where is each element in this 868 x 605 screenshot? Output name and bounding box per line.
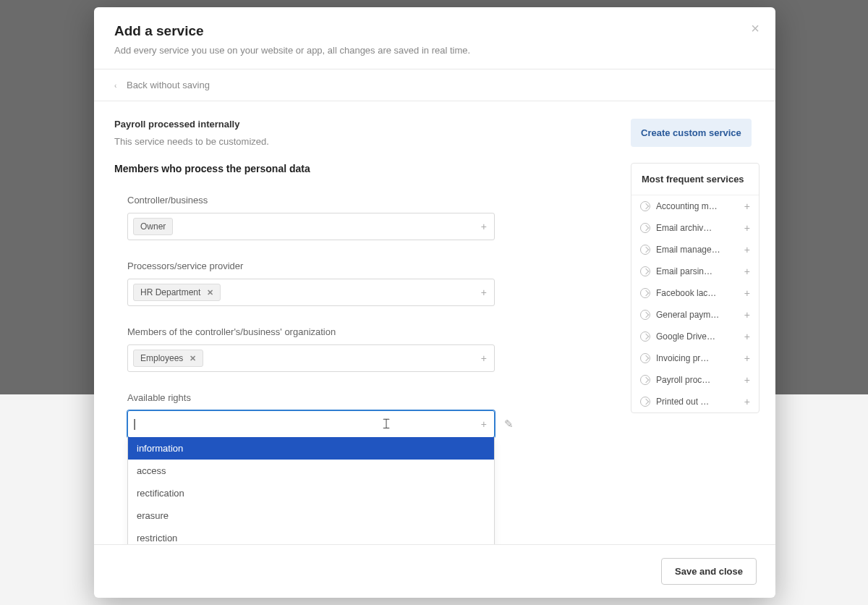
refresh-icon bbox=[640, 397, 650, 407]
remove-tag-icon[interactable]: ✕ bbox=[207, 288, 213, 297]
dropdown-option[interactable]: restriction bbox=[128, 527, 494, 544]
refresh-icon bbox=[640, 266, 650, 276]
add-service-modal: Add a service Add every service you use … bbox=[94, 7, 775, 598]
field-label: Controller/business bbox=[127, 195, 606, 206]
refresh-icon bbox=[640, 288, 650, 298]
create-custom-service-button[interactable]: Create custom service bbox=[631, 119, 752, 147]
service-name: Payroll processed internally bbox=[114, 119, 606, 130]
sidebar-column: Create custom service Most frequent serv… bbox=[631, 101, 775, 544]
modal-content: Payroll processed internally This servic… bbox=[94, 101, 775, 544]
plus-icon[interactable]: + bbox=[744, 244, 750, 255]
field-controller: Controller/business Owner + bbox=[114, 195, 606, 240]
field-members-org: Members of the controller's/business' or… bbox=[114, 326, 606, 372]
rights-dropdown: information access rectification erasure… bbox=[127, 437, 495, 544]
plus-icon[interactable]: + bbox=[744, 200, 750, 212]
plus-icon[interactable]: + bbox=[744, 266, 750, 277]
plus-icon[interactable]: + bbox=[744, 309, 750, 321]
refresh-icon bbox=[640, 245, 650, 255]
modal-footer: Save and close bbox=[94, 544, 775, 598]
service-row[interactable]: Email manage…+ bbox=[631, 239, 759, 261]
panel-title: Most frequent services bbox=[631, 164, 759, 195]
refresh-icon bbox=[640, 201, 650, 211]
plus-icon[interactable]: + bbox=[481, 287, 487, 298]
plus-icon[interactable]: + bbox=[744, 396, 750, 407]
close-icon[interactable]: × bbox=[751, 20, 760, 37]
service-row[interactable]: Accounting m…+ bbox=[631, 195, 759, 217]
field-label: Processors/service provider bbox=[127, 261, 606, 271]
chevron-left-icon: ‹ bbox=[114, 82, 116, 90]
field-processors: Processors/service provider HR Departmen… bbox=[114, 261, 606, 306]
plus-icon[interactable]: + bbox=[744, 374, 750, 386]
plus-icon[interactable]: + bbox=[481, 221, 487, 232]
service-row[interactable]: Facebook lac…+ bbox=[631, 282, 759, 304]
refresh-icon bbox=[640, 223, 650, 233]
controller-input[interactable]: Owner + bbox=[127, 213, 495, 240]
members-org-input[interactable]: Employees ✕ + bbox=[127, 344, 495, 372]
service-row[interactable]: Email archiv…+ bbox=[631, 217, 759, 239]
section-title: Members who process the personal data bbox=[114, 163, 606, 174]
plus-icon[interactable]: + bbox=[481, 418, 487, 430]
refresh-icon bbox=[640, 310, 650, 320]
back-link-label: Back without saving bbox=[127, 80, 210, 90]
plus-icon[interactable]: + bbox=[744, 287, 750, 299]
service-row[interactable]: Google Drive…+ bbox=[631, 326, 759, 347]
save-and-close-button[interactable]: Save and close bbox=[661, 558, 757, 585]
service-row[interactable]: General paym…+ bbox=[631, 304, 759, 326]
field-available-rights: Available rights | 𝙸 + ✎ information acc… bbox=[114, 392, 606, 438]
refresh-icon bbox=[640, 353, 650, 363]
frequent-services-panel: Most frequent services Accounting m…+ Em… bbox=[631, 163, 760, 413]
field-label: Members of the controller's/business' or… bbox=[127, 326, 606, 337]
plus-icon[interactable]: + bbox=[481, 352, 487, 364]
modal-title: Add a service bbox=[114, 23, 755, 39]
modal-subtitle: Add every service you use on your websit… bbox=[114, 45, 755, 56]
edit-pencil-icon[interactable]: ✎ bbox=[504, 418, 514, 431]
text-cursor-icon: 𝙸 bbox=[381, 415, 391, 432]
refresh-icon bbox=[640, 331, 650, 342]
plus-icon[interactable]: + bbox=[744, 222, 750, 234]
dropdown-option[interactable]: rectification bbox=[128, 482, 494, 504]
field-label: Available rights bbox=[127, 392, 606, 403]
rights-input[interactable]: | 𝙸 + bbox=[127, 410, 495, 438]
modal-header: Add a service Add every service you use … bbox=[94, 7, 775, 69]
refresh-icon bbox=[640, 375, 650, 385]
back-bar[interactable]: ‹ Back without saving bbox=[94, 69, 775, 101]
form-column: Payroll processed internally This servic… bbox=[94, 101, 631, 544]
service-desc: This service needs to be customized. bbox=[114, 136, 606, 147]
dropdown-option[interactable]: access bbox=[128, 460, 494, 482]
processors-input[interactable]: HR Department ✕ + bbox=[127, 279, 495, 306]
plus-icon[interactable]: + bbox=[744, 352, 750, 364]
tag-hr[interactable]: HR Department ✕ bbox=[133, 284, 221, 301]
tag-owner[interactable]: Owner bbox=[133, 218, 173, 235]
service-row[interactable]: Payroll proc…+ bbox=[631, 369, 759, 391]
service-list: Accounting m…+ Email archiv…+ Email mana… bbox=[631, 195, 759, 412]
dropdown-option[interactable]: information bbox=[128, 437, 494, 460]
service-row[interactable]: Email parsin…+ bbox=[631, 261, 759, 282]
service-row[interactable]: Invoicing pr…+ bbox=[631, 347, 759, 369]
dropdown-option[interactable]: erasure bbox=[128, 504, 494, 527]
remove-tag-icon[interactable]: ✕ bbox=[190, 354, 196, 363]
tag-employees[interactable]: Employees ✕ bbox=[133, 350, 203, 367]
plus-icon[interactable]: + bbox=[744, 331, 750, 342]
service-row[interactable]: Printed out …+ bbox=[631, 391, 759, 412]
